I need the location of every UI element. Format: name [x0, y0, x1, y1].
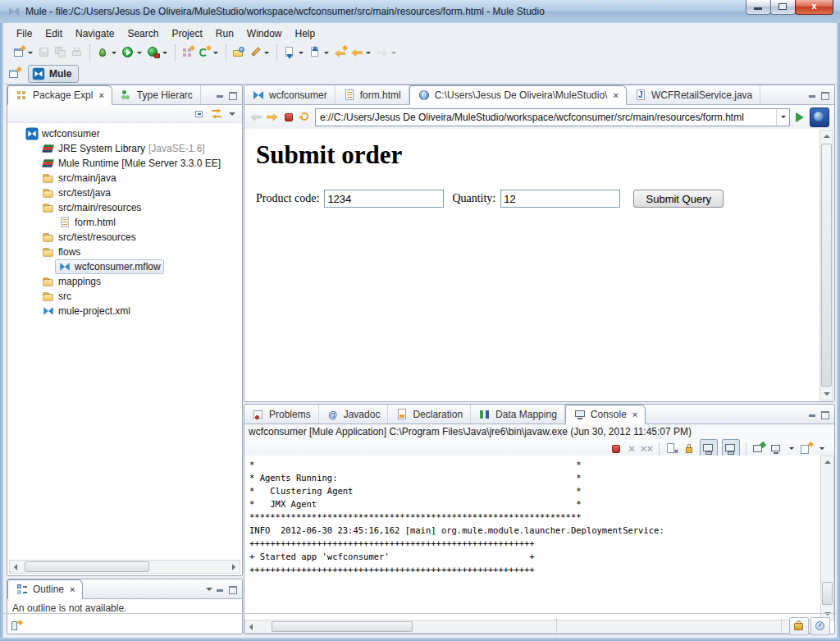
menu-navigate[interactable]: Navigate	[69, 25, 121, 42]
tree-item-src-test-java[interactable]: src/test/java	[7, 185, 242, 200]
show-on-stderr-icon[interactable]	[724, 442, 737, 456]
maximize-view-icon[interactable]	[228, 91, 237, 99]
close-icon[interactable]: ×	[613, 91, 618, 100]
menu-help[interactable]: Help	[289, 25, 322, 42]
terminate-icon[interactable]	[609, 442, 623, 456]
run-button[interactable]	[120, 43, 145, 62]
clear-console-icon[interactable]	[665, 442, 678, 456]
ann-next-button[interactable]	[281, 43, 307, 62]
external-tools-button[interactable]	[145, 43, 171, 62]
tree-item-src-test-resources[interactable]: src/test/resources	[7, 230, 242, 245]
explorer-tab-package-expl[interactable]: Package Expl×	[7, 85, 112, 105]
save-all-button[interactable]	[52, 43, 69, 62]
new-grid-button[interactable]	[180, 43, 196, 62]
new-sync-dropdown[interactable]	[213, 52, 218, 54]
bottom-tab-console[interactable]: Console×	[565, 405, 646, 424]
tree-item-wcfconsumer-mflow[interactable]: wcfconsumer.mflow	[7, 259, 242, 274]
maximize-view-icon[interactable]	[228, 585, 237, 593]
pin-console-icon[interactable]	[752, 442, 765, 456]
tree-item-flows[interactable]: flows	[7, 245, 242, 259]
tree-item-src-main-java[interactable]: src/main/java	[7, 171, 242, 185]
url-dropdown[interactable]	[776, 109, 789, 126]
open-perspective-icon[interactable]	[8, 67, 21, 80]
external-tools-dropdown[interactable]	[162, 52, 167, 54]
ann-next-dropdown[interactable]	[299, 52, 304, 54]
close-icon[interactable]: ×	[70, 585, 75, 594]
ann-prev-dropdown[interactable]	[324, 52, 329, 54]
console-output[interactable]: * ** Agents Running: ** Clustering Agent…	[244, 456, 821, 620]
minimize-button[interactable]	[746, 0, 771, 15]
menu-window[interactable]: Window	[240, 25, 289, 42]
highlight-dropdown[interactable]	[264, 52, 269, 54]
print-button[interactable]	[69, 43, 85, 62]
remove-all-terminated-icon[interactable]: ××	[641, 444, 653, 453]
view-menu-icon[interactable]	[206, 588, 212, 591]
open-in-browser-button[interactable]	[810, 108, 829, 127]
browser-back-icon[interactable]	[249, 111, 262, 124]
restore-button[interactable]	[770, 0, 796, 15]
scroll-lock-icon[interactable]	[682, 442, 696, 456]
menu-project[interactable]: Project	[165, 25, 208, 42]
debug-dropdown[interactable]	[112, 52, 116, 54]
minimize-view-icon[interactable]	[808, 410, 817, 418]
show-on-stdout-icon[interactable]	[702, 442, 715, 456]
remove-launch-icon[interactable]: ×	[628, 444, 635, 453]
open-console-icon[interactable]	[800, 442, 813, 456]
menu-edit[interactable]: Edit	[39, 25, 69, 42]
tree-item-mule-project-xml[interactable]: mule-project.xml	[7, 304, 242, 318]
browser-stop-icon[interactable]	[282, 111, 295, 124]
bottom-tab-javadoc[interactable]: Javadoc	[319, 405, 389, 424]
open-console-dropdown[interactable]	[819, 447, 824, 450]
maximize-view-icon[interactable]	[820, 410, 829, 419]
maximize-view-icon[interactable]	[820, 91, 829, 99]
fast-view-icon[interactable]	[10, 620, 23, 633]
status-tool-button[interactable]	[789, 617, 809, 635]
browser-refresh-icon[interactable]	[299, 111, 312, 124]
menu-file[interactable]: File	[10, 25, 39, 42]
submit-query-button[interactable]: Submit Query	[633, 190, 724, 208]
minimize-view-icon[interactable]	[216, 91, 225, 98]
editor-tab-c-users-jesus-de-oliveira-mulestudio[interactable]: C:\Users\Jesus De Oliveira\MuleStudio\×	[409, 85, 627, 105]
menu-run[interactable]: Run	[209, 25, 240, 42]
go-button[interactable]	[793, 111, 806, 124]
url-field[interactable]: e://C:/Users/Jesus De Oliveira/MuleStudi…	[315, 108, 790, 126]
close-icon[interactable]: ×	[98, 91, 103, 100]
bottom-tab-data-mapping[interactable]: Data Mapping	[471, 405, 565, 424]
ann-prev-button[interactable]	[307, 43, 332, 62]
back-button[interactable]	[349, 43, 374, 62]
new-sync-button[interactable]	[196, 43, 221, 62]
browser-vscrollbar[interactable]	[819, 130, 833, 401]
explorer-tab-type-hierarc[interactable]: Type Hierarc	[112, 85, 201, 104]
editor-tab-form-html[interactable]: form.html	[336, 85, 409, 104]
back-dropdown[interactable]	[366, 52, 371, 54]
package-explorer-hscrollbar[interactable]	[9, 560, 240, 574]
tree-item-mule-runtime-mule-server-3-3-0-ee[interactable]: Mule Runtime [Mule Server 3.3.0 EE]	[7, 156, 242, 171]
open-folder-button[interactable]	[231, 43, 247, 62]
tree-item-src-main-resources[interactable]: src/main/resources	[7, 200, 242, 215]
tree-item-src[interactable]: src	[7, 289, 242, 304]
save-button[interactable]	[36, 43, 52, 62]
tree-item-form-html[interactable]: form.html	[7, 215, 242, 230]
bottom-tab-declaration[interactable]: Declaration	[388, 405, 471, 424]
link-with-editor-icon[interactable]	[211, 108, 224, 121]
tree-item-mappings[interactable]: mappings	[7, 274, 242, 289]
progress-button[interactable]	[810, 617, 830, 635]
title-bar[interactable]: Mule - file:/C:/Users/Jesus De Oliveira/…	[0, 0, 840, 23]
close-icon[interactable]: ×	[632, 410, 637, 419]
forward-button[interactable]	[374, 43, 399, 62]
editor-tab-wcfconsumer[interactable]: wcfconsumer	[244, 85, 336, 104]
editor-tab-wcfretailservice-java[interactable]: WCFRetailService.java	[627, 85, 760, 104]
perspective-mule-button[interactable]: Mule	[28, 65, 79, 83]
console-vscrollbar[interactable]	[820, 456, 834, 620]
new-wizard-dropdown[interactable]	[28, 52, 33, 54]
display-console-icon[interactable]	[769, 442, 783, 456]
tree-item-jre-system-library[interactable]: JRE System Library [JavaSE-1.6]	[7, 141, 242, 156]
tree-item-wcfconsumer[interactable]: wcfconsumer	[7, 126, 242, 141]
forward-dropdown[interactable]	[391, 52, 396, 54]
product-code-input[interactable]	[324, 190, 444, 208]
browser-forward-icon[interactable]	[266, 111, 279, 124]
menu-search[interactable]: Search	[121, 25, 165, 42]
display-console-dropdown[interactable]	[789, 447, 794, 450]
view-menu-icon[interactable]	[229, 112, 235, 116]
bottom-tab-problems[interactable]: Problems	[244, 405, 319, 424]
